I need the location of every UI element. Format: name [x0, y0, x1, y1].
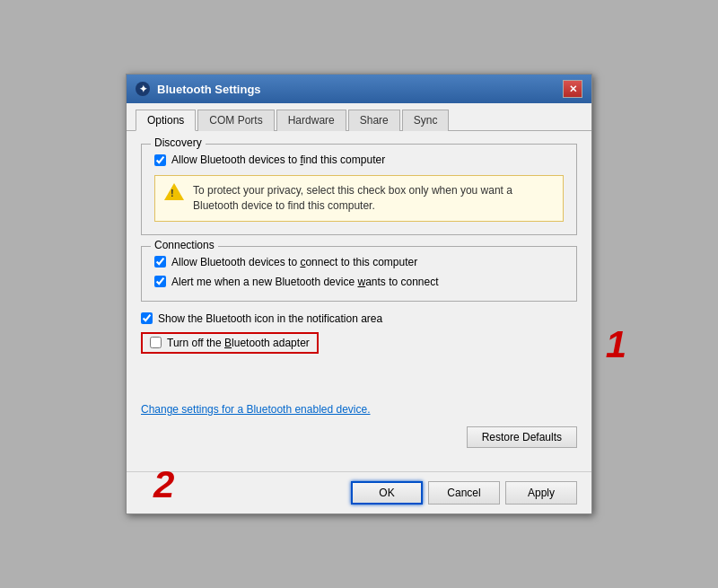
allow-find-checkbox[interactable] [154, 154, 166, 166]
connections-group-title: Connections [151, 239, 218, 251]
turn-off-label: Turn off the Bluetooth adapter [167, 337, 310, 349]
link-area: Change settings for a Bluetooth enabled … [141, 402, 577, 416]
window-title: Bluetooth Settings [157, 83, 261, 96]
notification-label: Show the Bluetooth icon in the notificat… [158, 312, 382, 325]
bluetooth-title-icon: ✦ [136, 82, 150, 96]
dialog-window: ✦ Bluetooth Settings ✕ Options COM Ports… [126, 74, 592, 514]
spacer [141, 361, 577, 388]
content-area: Discovery Allow Bluetooth devices to fin… [127, 131, 591, 471]
warning-triangle [164, 183, 184, 200]
alert-connect-label: Alert me when a new Bluetooth device wan… [171, 276, 439, 288]
alert-connect-row: Alert me when a new Bluetooth device wan… [154, 276, 564, 288]
tab-share[interactable]: Share [348, 110, 400, 131]
turn-off-checkbox[interactable] [150, 337, 162, 348]
change-settings-link[interactable]: Change settings for a Bluetooth enabled … [141, 403, 371, 416]
warning-icon [164, 183, 184, 203]
title-bar: ✦ Bluetooth Settings ✕ [127, 75, 591, 103]
title-bar-left: ✦ Bluetooth Settings [136, 82, 261, 96]
turn-off-highlighted: Turn off the Bluetooth adapter [141, 332, 319, 354]
connections-group: Connections Allow Bluetooth devices to c… [141, 246, 577, 302]
alert-connect-checkbox[interactable] [154, 276, 166, 287]
ok-button[interactable]: OK [351, 481, 423, 505]
tab-options[interactable]: Options [136, 110, 196, 131]
annotation-1: 1 [606, 323, 626, 366]
allow-connect-label: Allow Bluetooth devices to connect to th… [171, 256, 417, 268]
restore-defaults-button[interactable]: Restore Defaults [467, 426, 577, 448]
warning-text: To protect your privacy, select this che… [193, 183, 554, 214]
allow-connect-checkbox[interactable] [154, 256, 166, 268]
discovery-group-title: Discovery [151, 136, 206, 149]
close-button[interactable]: ✕ [563, 80, 582, 98]
tab-hardware[interactable]: Hardware [276, 110, 346, 131]
annotation-2: 2 [153, 463, 174, 506]
discovery-group: Discovery Allow Bluetooth devices to fin… [141, 144, 577, 235]
turn-off-section: Turn off the Bluetooth adapter 1 [141, 332, 577, 354]
bottom-bar: 2 OK Cancel Apply [127, 471, 591, 513]
allow-connect-row: Allow Bluetooth devices to connect to th… [154, 256, 564, 268]
tab-bar: Options COM Ports Hardware Share Sync [127, 103, 591, 131]
apply-button[interactable]: Apply [505, 481, 577, 505]
allow-find-label: Allow Bluetooth devices to find this com… [171, 154, 385, 166]
restore-btn-row: Restore Defaults [141, 426, 577, 448]
notification-checkbox[interactable] [141, 312, 153, 324]
notification-row: Show the Bluetooth icon in the notificat… [141, 312, 577, 325]
allow-find-row: Allow Bluetooth devices to find this com… [154, 154, 564, 166]
warning-box: To protect your privacy, select this che… [154, 175, 564, 222]
cancel-button[interactable]: Cancel [428, 481, 500, 505]
dialog-inner: Discovery Allow Bluetooth devices to fin… [141, 144, 577, 448]
tab-com-ports[interactable]: COM Ports [197, 110, 274, 131]
tab-sync[interactable]: Sync [402, 110, 450, 131]
title-bar-controls: ✕ [563, 80, 582, 98]
